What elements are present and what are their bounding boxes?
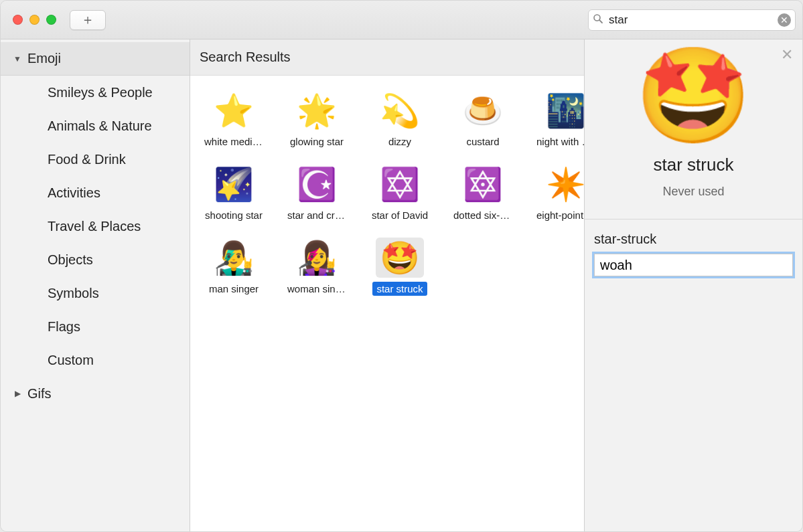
emoji-glyph: ✴️ — [542, 164, 590, 204]
emoji-caption: glowing star — [286, 135, 348, 149]
search-icon — [593, 13, 603, 27]
plus-icon: ＋ — [81, 11, 94, 29]
emoji-result[interactable]: 👩‍🎤woman singer — [280, 236, 354, 310]
emoji-glyph: 🌠 — [210, 164, 258, 204]
sidebar-group-label: Gifs — [27, 386, 52, 402]
sidebar-item-flags[interactable]: Flags — [1, 310, 190, 343]
emoji-glyph: 👩‍🎤 — [293, 238, 341, 278]
close-detail-button[interactable]: ✕ — [781, 46, 793, 64]
search-field[interactable]: ✕ — [588, 9, 796, 31]
emoji-glyph: 🍮 — [459, 90, 507, 130]
titlebar: ＋ ✕ — [1, 1, 802, 39]
sidebar-item-animals-nature[interactable]: Animals & Nature — [1, 109, 190, 143]
emoji-glyph: ⭐ — [210, 90, 258, 130]
emoji-caption: woman singer — [283, 282, 350, 296]
add-button[interactable]: ＋ — [70, 10, 106, 30]
emoji-result[interactable]: 🌟glowing star — [280, 89, 354, 163]
emoji-caption: star and crescent — [283, 208, 350, 222]
sidebar-item-symbols[interactable]: Symbols — [1, 276, 190, 310]
sidebar-group-label: Emoji — [27, 51, 61, 66]
detail-name: star struck — [591, 155, 796, 175]
emoji-glyph: ☪️ — [293, 164, 341, 204]
close-window-button[interactable] — [13, 15, 23, 25]
window-controls — [13, 15, 56, 25]
emoji-caption: custard — [462, 135, 503, 149]
results-pane: Search Results ⭐white medium star🌟glowin… — [190, 39, 585, 531]
emoji-result[interactable]: ✡️star of David — [363, 163, 437, 236]
emoji-caption: star of David — [368, 208, 432, 222]
emoji-result[interactable]: 🌠shooting star — [197, 163, 271, 236]
close-icon: ✕ — [781, 46, 793, 63]
emoji-glyph: ✡️ — [376, 164, 424, 204]
emoji-caption: star struck — [372, 282, 427, 296]
snippet-input[interactable] — [594, 254, 793, 276]
close-icon: ✕ — [780, 15, 788, 25]
zoom-window-button[interactable] — [46, 15, 56, 25]
emoji-caption: shooting star — [201, 208, 267, 222]
svg-line-1 — [599, 20, 602, 23]
sidebar-group-gifs[interactable]: ▶ Gifs — [1, 377, 190, 410]
emoji-glyph: 👨‍🎤 — [210, 238, 258, 278]
sidebar-item-food-drink[interactable]: Food & Drink — [1, 143, 190, 176]
chevron-right-icon: ▶ — [13, 389, 22, 398]
sidebar-item-smileys-people[interactable]: Smileys & People — [1, 76, 190, 109]
emoji-caption: man singer — [205, 282, 263, 296]
emoji-caption: dotted six-pointed star — [449, 208, 516, 222]
emoji-result[interactable]: 👨‍🎤man singer — [197, 236, 271, 310]
detail-usage: Never used — [591, 185, 796, 199]
emoji-result[interactable]: 🔯dotted six-pointed star — [446, 163, 520, 236]
emoji-glyph: 🔯 — [459, 164, 507, 204]
detail-slug: star-struck — [594, 232, 793, 247]
detail-pane: ✕ 🤩 star struck Never used star-struck — [585, 39, 802, 531]
sidebar-item-travel-places[interactable]: Travel & Places — [1, 209, 190, 243]
emoji-result[interactable]: 🍮custard — [446, 89, 520, 163]
emoji-result[interactable]: ⭐white medium star — [197, 89, 271, 163]
emoji-caption: dizzy — [384, 135, 415, 149]
minimize-window-button[interactable] — [29, 15, 40, 25]
emoji-result[interactable]: 💫dizzy — [363, 89, 437, 163]
sidebar-group-emoji[interactable]: ▼ Emoji — [1, 42, 190, 76]
sidebar-item-custom[interactable]: Custom — [1, 343, 190, 377]
detail-emoji-preview: 🤩 — [591, 49, 796, 143]
emoji-glyph: 💫 — [376, 90, 424, 130]
sidebar-item-activities[interactable]: Activities — [1, 176, 190, 209]
sidebar: ▼ Emoji Smileys & People Animals & Natur… — [1, 39, 190, 531]
emoji-glyph: 🤩 — [376, 238, 424, 278]
clear-search-button[interactable]: ✕ — [778, 13, 791, 27]
emoji-result[interactable]: 🤩star struck — [363, 236, 437, 310]
emoji-result[interactable]: ☪️star and crescent — [280, 163, 354, 236]
emoji-glyph: 🌃 — [542, 90, 590, 130]
results-grid: ⭐white medium star🌟glowing star💫dizzy🍮cu… — [190, 76, 584, 531]
results-heading: Search Results — [190, 39, 584, 76]
emoji-glyph: 🌟 — [293, 90, 341, 130]
emoji-caption: white medium star — [200, 135, 267, 149]
chevron-down-icon: ▼ — [13, 54, 22, 64]
sidebar-item-objects[interactable]: Objects — [1, 243, 190, 276]
search-input[interactable] — [607, 13, 774, 27]
